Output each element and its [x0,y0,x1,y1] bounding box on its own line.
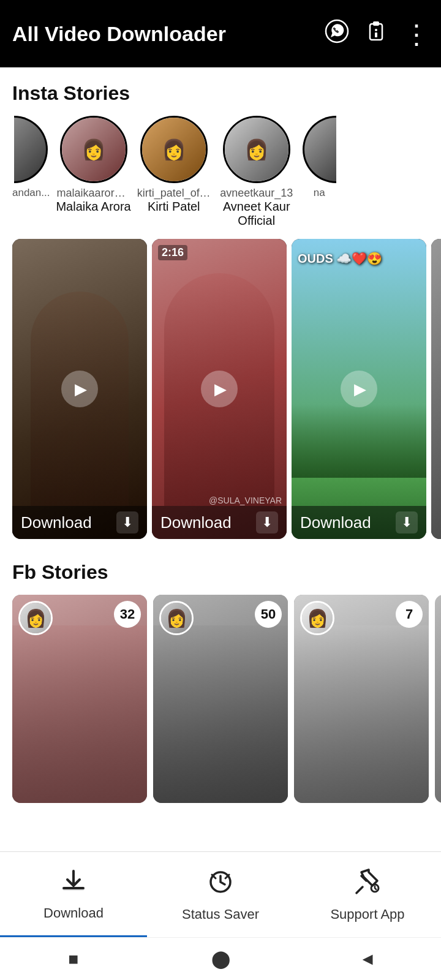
video-play-btn-2[interactable] [201,371,238,407]
fb-story-count-1: 32 [114,601,141,628]
story-handle-partial: andan... [12,187,50,199]
nav-item-support-app[interactable]: Support App [294,852,441,937]
story-name-kirti: Kirti Patel [148,200,200,214]
video-download-bar-2: Download ⬇ [152,506,287,539]
video-play-btn-3[interactable] [341,371,377,407]
more-options-icon[interactable]: ⋮ [403,18,429,50]
story-item-avneet[interactable]: 👩 avneetkaur_13 Avneet Kaur Official [217,116,296,228]
video-ground-overlay [292,404,426,478]
clipboard-info-icon[interactable] [364,19,388,49]
fb-story-person-overlay-3 [294,625,429,803]
video-download-bar-1: Download ⬇ [12,506,147,539]
story-item-malaika[interactable]: 👩 malaikaaroraofficial Malaika Arora [56,116,130,228]
download-nav-icon [59,866,88,902]
bottom-navigation: Download Status Saver Support App [0,851,441,937]
story-item-partial-right[interactable]: na [303,116,336,228]
video-download-label-3: Download [300,513,390,532]
story-avatar-kirti: 👩 [140,116,208,183]
video-watermark-2: @SULA_VINEYAR [209,496,282,505]
story-name-avneet: Avneet Kaur Official [217,200,296,228]
fb-story-card-2[interactable]: 👩 50 [153,595,288,803]
video-cards-section: Download ⬇ 2:16 @SULA_VINEYAR Download ⬇… [0,239,441,546]
app-header: All Video Downloader ⋮ [0,0,441,67]
fb-stories-section: Fb Stories 👩 32 👩 50 👩 [0,546,441,809]
video-thumbnail-partial [431,239,441,539]
fb-story-bg-partial [435,595,441,803]
svg-rect-1 [370,24,382,40]
video-play-btn-1[interactable] [61,371,98,407]
story-handle-partial-right: na [314,187,325,199]
download-icon-2[interactable]: ⬇ [256,511,278,533]
fb-story-count-2: 50 [255,601,282,628]
fb-story-card-3[interactable]: 👩 7 [294,595,429,803]
video-download-label-1: Download [21,513,110,532]
video-overlay-text-3: OUDS ☁️❤️😍 [298,251,382,266]
story-handle-avneet: avneetkaur_13 [220,187,293,200]
svg-rect-4 [375,32,377,37]
story-name-malaika: Malaika Arora [56,200,130,214]
story-handle-kirti: kirti_patel_official5.... [137,187,211,200]
fb-story-avatar-1: 👩 [18,601,53,635]
fb-stories-title: Fb Stories [12,561,441,584]
nav-label-status-saver: Status Saver [182,907,259,922]
fb-story-card-partial[interactable] [435,595,441,803]
android-nav-bar: ■ ⬤ ◄ [0,937,441,980]
svg-point-3 [375,29,377,31]
android-back-btn[interactable]: ◄ [355,947,380,971]
fb-story-count-3: 7 [396,601,423,628]
video-grid: Download ⬇ 2:16 @SULA_VINEYAR Download ⬇… [12,239,441,546]
app-title: All Video Downloader [12,22,325,46]
video-duration-2: 2:16 [158,245,187,260]
download-icon-1[interactable]: ⬇ [116,511,138,533]
header-actions: ⋮ [325,18,429,50]
nav-item-download[interactable]: Download [0,852,147,937]
video-card-3[interactable]: OUDS ☁️❤️😍 Download ⬇ [292,239,426,539]
video-card-1[interactable]: Download ⬇ [12,239,147,539]
svg-rect-5 [62,887,85,891]
story-avatar-partial [14,116,48,183]
video-download-label-2: Download [160,513,250,532]
insta-stories-section: Insta Stories andan... 👩 malaikaaroraoff… [0,67,441,239]
download-icon-3[interactable]: ⬇ [396,511,418,533]
fb-story-card-1[interactable]: 👩 32 [12,595,147,803]
fb-story-person-overlay-1 [12,625,147,803]
nav-item-status-saver[interactable]: Status Saver [147,852,294,937]
android-home-btn[interactable]: ⬤ [208,947,233,971]
insta-stories-title: Insta Stories [12,82,429,105]
nav-label-support-app: Support App [330,907,404,922]
story-handle-malaika: malaikaaroraofficial [57,187,130,200]
story-item-partial-left[interactable]: andan... [12,116,50,228]
android-stop-btn[interactable]: ■ [61,947,86,971]
svg-rect-2 [373,21,379,26]
fb-story-avatar-3: 👩 [300,601,334,635]
stories-row: andan... 👩 malaikaaroraofficial Malaika … [12,116,429,233]
video-card-partial[interactable] [431,239,441,539]
status-saver-nav-icon [206,867,235,903]
video-download-bar-3: Download ⬇ [292,506,426,539]
fb-story-person-overlay-2 [153,625,288,803]
video-card-2[interactable]: 2:16 @SULA_VINEYAR Download ⬇ [152,239,287,539]
fb-stories-row: 👩 32 👩 50 👩 7 [12,595,441,803]
story-avatar-partial-right [303,116,336,183]
nav-label-download: Download [43,905,104,921]
story-avatar-malaika: 👩 [60,116,127,183]
whatsapp-icon[interactable] [325,19,349,49]
fb-story-avatar-2: 👩 [159,601,194,635]
story-item-kirti[interactable]: 👩 kirti_patel_official5.... Kirti Patel [137,116,211,228]
story-avatar-avneet: 👩 [223,116,290,183]
support-app-nav-icon [353,867,382,903]
